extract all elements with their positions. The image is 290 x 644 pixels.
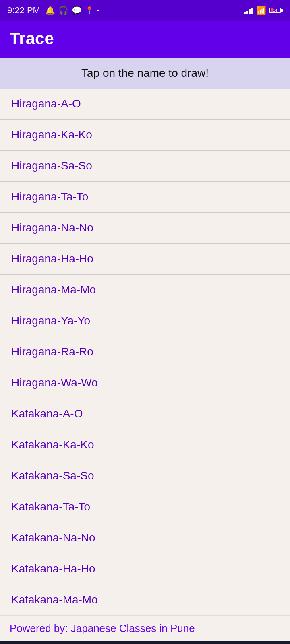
battery-level: 14 [270, 8, 280, 12]
headphone-icon: 🎧 [58, 6, 68, 15]
list-item[interactable]: Katakana-Ma-Mo [0, 584, 290, 615]
app-header: Trace [0, 21, 290, 58]
powered-by-text: Powered by: Japanese Classes in Pune [10, 622, 195, 634]
signal-bars-icon [244, 7, 253, 14]
list-item[interactable]: Hiragana-Ma-Mo [0, 275, 290, 305]
list-item[interactable]: Hiragana-Ta-To [0, 182, 290, 213]
list-item[interactable]: Hiragana-Wa-Wo [0, 367, 290, 398]
list-item[interactable]: Hiragana-Ha-Ho [0, 244, 290, 275]
instruction-banner: Tap on the name to draw! [0, 58, 290, 89]
list-item[interactable]: Katakana-Ha-Ho [0, 553, 290, 584]
list-item[interactable]: Hiragana-Ya-Yo [0, 305, 290, 336]
list-item[interactable]: Hiragana-A-O [0, 89, 290, 120]
list-item[interactable]: Katakana-A-O [0, 398, 290, 429]
list-item[interactable]: Katakana-Ta-To [0, 491, 290, 522]
list-item[interactable]: Katakana-Ka-Ko [0, 429, 290, 460]
status-icons: 🔔 🎧 💬 📍 • [45, 6, 99, 15]
wifi-icon: 📶 [256, 6, 266, 15]
list-item[interactable]: Katakana-Na-No [0, 522, 290, 553]
status-right: 📶 14 [244, 6, 283, 15]
list-item[interactable]: Hiragana-Ka-Ko [0, 120, 290, 151]
instruction-text: Tap on the name to draw! [81, 67, 209, 79]
status-time: 9:22 PM [7, 5, 40, 16]
dot-indicator: • [97, 7, 99, 14]
list-item[interactable]: Hiragana-Ra-Ro [0, 336, 290, 367]
message-icon: 💬 [72, 6, 82, 15]
footer-powered-by: Powered by: Japanese Classes in Pune [0, 615, 290, 641]
character-list: Hiragana-A-OHiragana-Ka-KoHiragana-Sa-So… [0, 89, 290, 615]
app-title: Trace [10, 29, 54, 48]
list-item[interactable]: Katakana-Sa-So [0, 460, 290, 491]
alarm-icon: 🔔 [45, 6, 55, 15]
status-left: 9:22 PM 🔔 🎧 💬 📍 • [7, 5, 99, 16]
status-bar: 9:22 PM 🔔 🎧 💬 📍 • 📶 14 [0, 0, 290, 21]
navigation-bar [0, 641, 290, 644]
battery-icon: 14 [269, 8, 283, 13]
list-item[interactable]: Hiragana-Sa-So [0, 151, 290, 182]
location-icon: 📍 [85, 6, 94, 15]
list-item[interactable]: Hiragana-Na-No [0, 213, 290, 244]
